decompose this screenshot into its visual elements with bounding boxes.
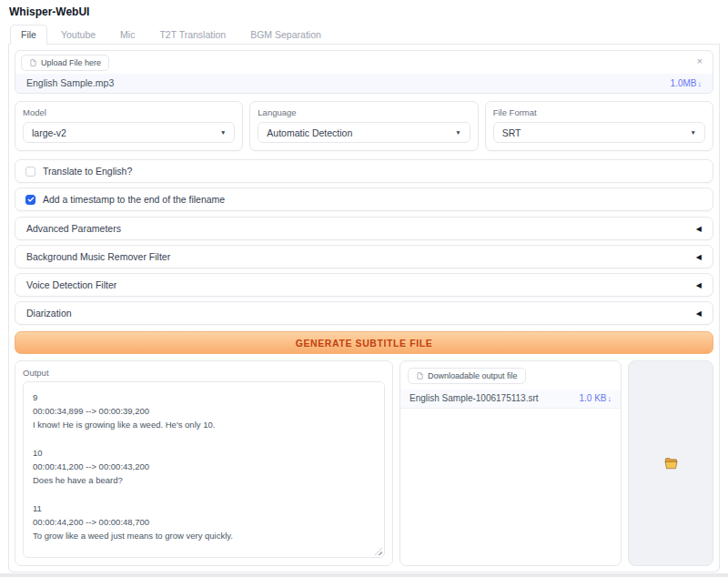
- checkbox-checked-icon: [25, 195, 35, 205]
- download-icon: ↓: [608, 394, 612, 403]
- download-panel: Downloadable output file English Sample-…: [399, 360, 622, 566]
- accordion-arrow-icon: ◀: [696, 225, 702, 233]
- model-label: Model: [23, 107, 235, 117]
- output-label: Output: [23, 368, 385, 378]
- tab-content: Upload File here × English Sample.mp3 1.…: [8, 45, 720, 572]
- tab-mic[interactable]: Mic: [109, 25, 146, 45]
- file-format-label: File Format: [493, 107, 705, 117]
- model-dropdown[interactable]: large-v2 ▼: [23, 122, 235, 143]
- accordion-advanced-parameters[interactable]: Advanced Parameters ◀: [15, 217, 713, 240]
- downloadable-output-file-button[interactable]: Downloadable output file: [408, 368, 526, 384]
- upload-file-label: Upload File here: [41, 58, 101, 67]
- file-icon: [29, 58, 37, 67]
- language-field: Language Automatic Detection ▼: [249, 101, 478, 151]
- downloadable-output-file-label: Downloadable output file: [428, 371, 518, 380]
- uploaded-file-row: English Sample.mp3 1.0MB ↓: [15, 74, 713, 93]
- accordion-label: Background Music Remover Filter: [26, 251, 170, 262]
- app-title: Whisper-WebUI: [0, 0, 728, 18]
- language-value: Automatic Detection: [267, 127, 352, 138]
- accordion-voice-detection-filter[interactable]: Voice Detection Filter ◀: [15, 273, 713, 297]
- download-icon: ↓: [698, 79, 703, 88]
- footer-divider: [0, 573, 728, 577]
- file-format-dropdown[interactable]: SRT ▼: [493, 122, 705, 143]
- add-timestamp-label: Add a timestamp to the end of the filena…: [43, 194, 225, 205]
- close-icon: ×: [697, 56, 703, 66]
- accordion-bgm-remover-filter[interactable]: Background Music Remover Filter ◀: [15, 245, 713, 268]
- results-row: Output 9 00:00:34,899 --> 00:00:39,200 I…: [15, 360, 713, 566]
- accordion-diarization[interactable]: Diarization ◀: [15, 301, 713, 325]
- output-textarea[interactable]: 9 00:00:34,899 --> 00:00:39,200 I know! …: [23, 381, 385, 558]
- tab-file[interactable]: File: [10, 25, 47, 45]
- add-timestamp-checkbox[interactable]: Add a timestamp to the end of the filena…: [15, 187, 713, 211]
- generate-subtitle-button[interactable]: GENERATE SUBTITLE FILE: [15, 331, 713, 354]
- clear-file-button[interactable]: ×: [693, 55, 707, 68]
- translate-to-english-checkbox[interactable]: Translate to English?: [15, 159, 713, 183]
- accordion-arrow-icon: ◀: [696, 253, 702, 261]
- language-label: Language: [258, 107, 470, 117]
- translate-to-english-label: Translate to English?: [43, 166, 132, 177]
- chevron-down-icon: ▼: [455, 129, 460, 136]
- output-panel: Output 9 00:00:34,899 --> 00:00:39,200 I…: [15, 360, 393, 566]
- output-file-row: English Sample-1006175113.srt 1.0 KB ↓: [400, 390, 621, 409]
- accordion-label: Advanced Parameters: [26, 223, 121, 234]
- tab-bar: File Youtube Mic T2T Translation BGM Sep…: [8, 24, 720, 45]
- language-dropdown[interactable]: Automatic Detection ▼: [258, 122, 470, 143]
- folder-icon: [664, 458, 678, 470]
- uploaded-file-size: 1.0MB: [671, 78, 697, 88]
- accordion-label: Diarization: [26, 308, 72, 319]
- file-icon: [416, 371, 424, 380]
- options-row: Model large-v2 ▼ Language Automatic Dete…: [15, 101, 713, 151]
- file-upload-area: Upload File here × English Sample.mp3 1.…: [15, 50, 713, 94]
- file-format-field: File Format SRT ▼: [485, 101, 713, 151]
- open-folder-button[interactable]: [628, 360, 713, 566]
- output-file-size: 1.0 KB: [579, 393, 606, 403]
- chevron-down-icon: ▼: [691, 129, 696, 136]
- output-file-name: English Sample-1006175113.srt: [410, 393, 539, 403]
- model-value: large-v2: [32, 127, 66, 138]
- tab-youtube[interactable]: Youtube: [50, 25, 106, 45]
- tab-bgm-separation[interactable]: BGM Separation: [239, 25, 332, 45]
- model-field: Model large-v2 ▼: [15, 101, 243, 151]
- accordion-arrow-icon: ◀: [696, 309, 702, 318]
- file-format-value: SRT: [502, 127, 521, 138]
- uploaded-file-name: English Sample.mp3: [26, 77, 114, 88]
- uploaded-file-download-link[interactable]: 1.0MB ↓: [671, 78, 702, 88]
- output-file-download-link[interactable]: 1.0 KB ↓: [579, 393, 612, 403]
- accordion-arrow-icon: ◀: [696, 281, 702, 289]
- upload-file-button[interactable]: Upload File here: [21, 55, 109, 71]
- chevron-down-icon: ▼: [220, 129, 226, 136]
- tab-t2t-translation[interactable]: T2T Translation: [148, 25, 237, 45]
- accordion-label: Voice Detection Filter: [26, 279, 116, 290]
- checkbox-icon: [25, 167, 35, 177]
